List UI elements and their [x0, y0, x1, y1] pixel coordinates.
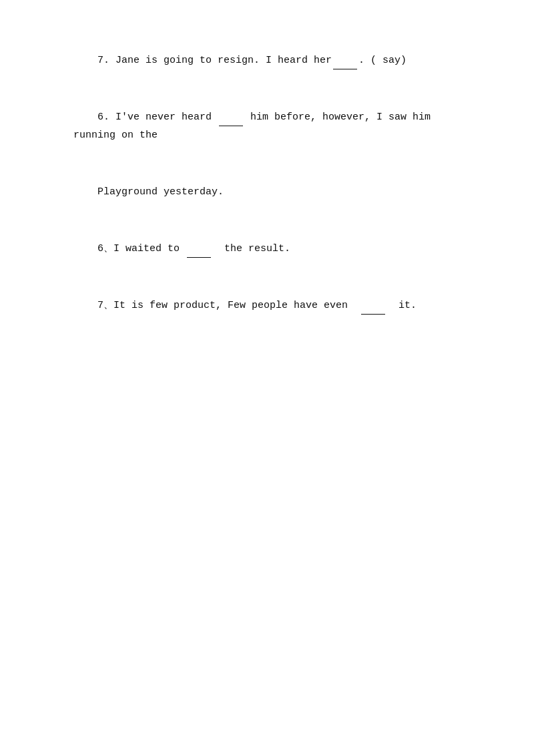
q3-text-after: result. — [242, 243, 290, 254]
q2-text-before: 6. I've never heard — [97, 112, 218, 123]
q4-text-after: it. — [386, 300, 417, 311]
q4-text-before: 7、It is few product, Few people have eve… — [97, 300, 360, 311]
q2-text-continued: Playground yesterday. — [97, 186, 224, 198]
q3-text-middle: the — [212, 243, 242, 254]
question-1: 7. Jane is going to resign. I heard her.… — [73, 33, 461, 87]
q4-blank — [361, 314, 385, 315]
question-4: 7、It is few product, Few people have eve… — [73, 278, 461, 333]
q1-blank — [333, 69, 357, 69]
question-2-line2: Playground yesterday. — [73, 165, 461, 219]
question-3: 6、I waited to the result. — [73, 222, 461, 276]
q1-text-before: 7. Jane is going to resign. I heard her — [97, 55, 332, 66]
q1-text-after: . ( say) — [358, 55, 407, 66]
question-2-line1: 6. I've never heard him before, however,… — [73, 90, 461, 162]
page-content: 7. Jane is going to resign. I heard her.… — [0, 0, 534, 369]
q3-blank — [187, 257, 211, 258]
q3-text-before: 6、I waited to — [97, 243, 186, 254]
q2-blank — [219, 126, 243, 126]
